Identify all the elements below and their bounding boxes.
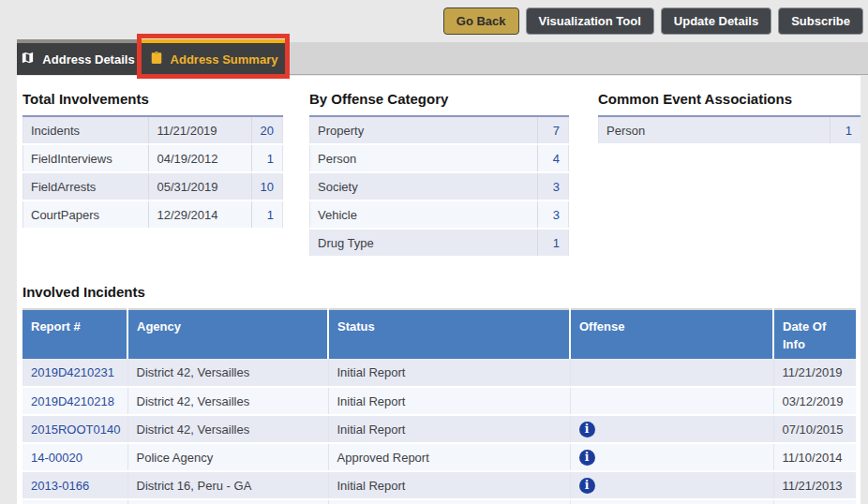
agency-cell: District 16, Peru - GA	[127, 471, 328, 499]
table-header-row: Report # Agency Status Offense Date Of I…	[22, 309, 856, 359]
report-number-link[interactable]: 14-00020	[31, 451, 82, 465]
involvement-date: 05/31/2019	[149, 172, 252, 200]
by-offense-category-table: Property 7 Person 4 Society 3 Vehicle 3 …	[309, 115, 569, 258]
involved-incidents-table: Report # Agency Status Offense Date Of I…	[22, 308, 856, 504]
offense-category: Vehicle	[310, 200, 538, 229]
tab-address-details[interactable]: Address Details	[17, 39, 139, 75]
involvement-date: 04/19/2012	[149, 144, 252, 172]
report-number-link[interactable]: 2013-0166	[31, 479, 89, 493]
address-summary-panel: Total Involvements Incidents 11/21/2019 …	[17, 76, 861, 504]
status-cell: Initial Report	[328, 359, 570, 387]
info-icon[interactable]: i	[579, 478, 595, 494]
info-icon[interactable]: i	[579, 450, 595, 466]
involvement-type: FieldInterviews	[23, 144, 149, 172]
offense-cell: i	[570, 471, 773, 499]
involvement-type: CourtPapers	[23, 200, 149, 229]
involvement-date: 11/21/2019	[149, 116, 252, 144]
toolbar: Go Back Visualization Tool Update Detail…	[443, 7, 863, 35]
table-row: Vehicle 3	[310, 200, 569, 229]
status-cell: Initial Report	[328, 415, 570, 443]
status-cell: Approved Report	[328, 443, 570, 471]
column-header-date-of-info[interactable]: Date Of Info	[773, 309, 856, 359]
agency-cell: Police Agency	[127, 443, 328, 471]
go-back-button[interactable]: Go Back	[443, 7, 519, 35]
table-row: Property 7	[310, 116, 569, 144]
table-row: FieldInterviews 04/19/2012 1	[23, 144, 283, 172]
table-row: Person 4	[310, 144, 569, 172]
involved-incidents-title: Involved Incidents	[22, 284, 856, 300]
table-row: 14-00020 Police Agency Approved Report i…	[22, 443, 856, 471]
involvement-count-link[interactable]: 10	[252, 172, 283, 200]
table-row: FieldArrests 05/31/2019 10	[23, 172, 283, 200]
report-number-link[interactable]: 2019D4210218	[31, 394, 114, 408]
column-header-report[interactable]: Report #	[22, 309, 127, 359]
info-icon[interactable]: i	[579, 422, 595, 437]
table-row: Society 3	[310, 172, 569, 200]
update-details-button[interactable]: Update Details	[661, 7, 771, 35]
offense-category: Person	[310, 144, 538, 172]
association-count-link[interactable]: 1	[831, 116, 861, 144]
date-of-info-cell: 11/10/2014	[773, 443, 856, 471]
table-row: Drug Type 1	[310, 229, 569, 257]
date-of-info-cell: 03/12/2019	[773, 387, 856, 415]
offense-category: Society	[310, 172, 538, 200]
tab-label: Address Summary	[171, 52, 278, 67]
table-row: Incidents 11/21/2019 20	[23, 116, 283, 144]
total-involvements-title: Total Involvements	[22, 91, 283, 107]
offense-cell	[570, 359, 773, 387]
column-header-agency[interactable]: Agency	[127, 309, 328, 359]
common-event-associations-table: Person 1	[598, 115, 861, 145]
report-number-link[interactable]: 2019D4210231	[31, 365, 114, 379]
date-of-info-cell: 07/10/2015	[773, 415, 856, 443]
offense-cell: i	[570, 443, 773, 471]
status-cell: Initial Report	[328, 471, 570, 499]
offense-category-count-link[interactable]: 3	[538, 172, 569, 200]
agency-cell: District 42, Versailles	[127, 359, 328, 387]
agency-cell: District 42, Versailles	[127, 415, 328, 443]
common-event-associations-title: Common Event Associations	[598, 91, 861, 107]
report-number-link[interactable]: 2015ROOT0140	[31, 422, 120, 437]
involvement-count-link[interactable]: 1	[252, 200, 283, 229]
offense-cell: i	[570, 415, 773, 443]
table-row: 2015ROOT0140 District 42, Versailles Ini…	[22, 415, 856, 443]
map-icon	[21, 51, 35, 67]
association-type: Person	[599, 116, 831, 144]
table-row: Person 1	[599, 116, 861, 144]
involved-incidents-section: Involved Incidents Report # Agency Statu…	[22, 284, 856, 504]
involvement-count-link[interactable]: 20	[252, 116, 283, 144]
date-of-info-cell: 11/21/2019	[773, 359, 856, 387]
column-header-status[interactable]: Status	[328, 309, 570, 359]
involvement-type: Incidents	[23, 116, 149, 144]
offense-category: Property	[310, 116, 538, 144]
offense-cell	[570, 387, 773, 415]
involvement-date: 12/29/2014	[149, 200, 252, 229]
tab-label: Address Details	[42, 52, 134, 67]
table-row: CourtPapers 12/29/2014 1	[23, 200, 283, 229]
tab-bar: Address Details Address Summary	[17, 39, 289, 75]
column-header-offense[interactable]: Offense	[570, 309, 773, 359]
table-row: 2019D4210218 District 42, Versailles Ini…	[22, 387, 856, 415]
table-row: 2013-0166 District 16, Peru - GA Initial…	[22, 471, 856, 499]
date-of-info-cell: 11/21/2013	[773, 471, 856, 499]
visualization-tool-button[interactable]: Visualization Tool	[526, 7, 654, 35]
offense-category-count-link[interactable]: 1	[538, 229, 569, 257]
table-row: 2019D4210231 District 42, Versailles Ini…	[22, 359, 856, 387]
table-row-partial	[22, 499, 856, 504]
by-offense-category-panel: By Offense Category Property 7 Person 4 …	[309, 91, 569, 258]
offense-category: Drug Type	[310, 229, 538, 257]
subscribe-button[interactable]: Subscribe	[778, 7, 863, 35]
tab-address-summary[interactable]: Address Summary	[139, 39, 289, 75]
offense-category-count-link[interactable]: 7	[538, 116, 569, 144]
offense-category-count-link[interactable]: 3	[538, 200, 569, 229]
clipboard-icon	[150, 51, 163, 67]
total-involvements-table: Incidents 11/21/2019 20 FieldInterviews …	[22, 115, 283, 230]
by-offense-category-title: By Offense Category	[309, 91, 569, 107]
agency-cell: District 42, Versailles	[127, 387, 328, 415]
offense-category-count-link[interactable]: 4	[538, 144, 569, 172]
common-event-associations-panel: Common Event Associations Person 1	[598, 91, 861, 145]
status-cell: Initial Report	[328, 387, 570, 415]
total-involvements-panel: Total Involvements Incidents 11/21/2019 …	[22, 91, 283, 230]
involvement-type: FieldArrests	[23, 172, 149, 200]
involvement-count-link[interactable]: 1	[252, 144, 283, 172]
